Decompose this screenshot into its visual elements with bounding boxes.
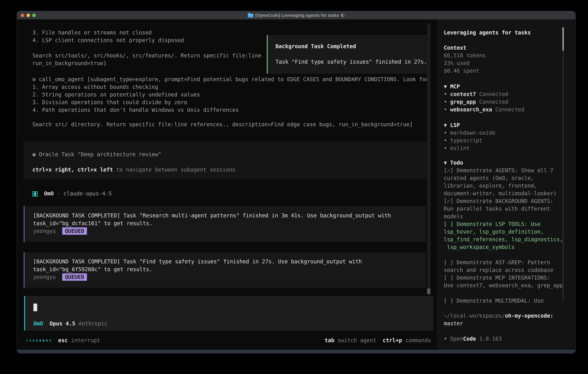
username: yeongyu [33,228,56,234]
oracle-title: ◉ Oracle Task "Deep architecture review" [32,151,161,158]
todo-line: [ ] Demonstrate LSP TOOLS: Use [444,220,540,228]
input-model[interactable]: Opus 4.5 [50,321,75,327]
spinner-dot [40,339,41,342]
tool-call-footer: Search src/ directory. Return specific f… [32,121,413,128]
agent-model: claude-opus-4-5 [63,190,112,197]
context-tokens: 66,518 tokens [444,52,486,59]
context-heading: Context [444,44,466,52]
traffic-lights [21,11,36,19]
collapse-triangle-icon: ▼ [444,160,450,166]
context-used: 33% used [444,59,470,67]
hint-text: to navigate between subagent sessions [113,166,235,173]
spinner-dot [30,339,31,342]
status-dot-icon: • [444,145,450,151]
status-badge: QUEUED [62,273,87,281]
todo-line: [ ] Demonstrate MULTIMODAL: Use [444,297,544,305]
spinner-dot [46,339,48,342]
toast-body: Task "Find type safety issues" finished … [275,58,427,66]
window-title: [OpenCode] Leveraging agents for tasks [255,13,339,18]
lsp-item: • eslint [444,144,470,152]
oracle-task-panel: ◉ Oracle Task "Deep architecture review"… [24,141,427,179]
spinner-dot [43,339,44,342]
tool-call-item: 1. Array access without bounds checking [32,83,158,91]
todo-line: [ ] Demonstrate MCP INTEGRATIONS: [444,274,550,281]
esc-key: esc [58,337,68,343]
todo-line: [✓] Demonstrate AGENTS: Show all 7 [444,166,553,174]
esc-label: interrupt [68,337,100,343]
mcp-item: • context7 Connected [444,90,508,98]
session-sidebar: Leveraging agents for tasks Context 66,5… [437,19,575,350]
prompt-input[interactable]: OmO Opus 4.5 Anthropic [24,296,433,331]
todo-line: search and replace across codebase [444,266,553,274]
todo-line: curated agents (OmO, oracle, [444,174,534,182]
separator-dot: · [57,190,60,197]
todo-line: models [444,213,463,220]
lsp-item: • typescript [444,137,482,144]
input-footer: OmO Opus 4.5 Anthropic [33,320,107,327]
window-bottom-strip [17,350,575,353]
window-title-group: [OpenCode] Leveraging agents for tasks [248,13,345,18]
window-titlebar: [OpenCode] Leveraging agents for tasks [17,11,575,19]
folder-icon [248,13,253,18]
scrollback-line: 3. File handles or streams not closed [32,29,152,36]
mcp-item: • websearch_exa Connected [444,106,524,113]
sidebar-scrollbar-thumb[interactable] [562,28,564,51]
progress-spinner [26,339,51,342]
desktop: [OpenCode] Leveraging agents for tasks 3… [0,0,588,374]
todo-line: lsp_workspace_symbols [444,243,515,251]
toast-title: Background Task Completed [275,42,356,50]
tab-key: tab [325,337,334,343]
agent-header: OmO · claude-opus-4-5 [32,190,112,197]
status-dot-icon: • [444,336,450,342]
context-spent: $0.46 spent [444,67,479,75]
spinner-dot [36,339,38,342]
chat-scrollbar-thumb[interactable] [427,289,430,294]
spinner-dot [33,339,34,342]
input-provider: Anthropic [79,321,107,327]
gear-icon: ⚙ [32,76,36,83]
username: yeongyu [33,274,56,280]
tool-call-item: 2. String operations on potentially unde… [32,91,200,98]
tool-call-item: 4. Path operations that don't handle Win… [32,106,239,114]
tab-label: switch agent [334,337,383,343]
session-title: Leveraging agents for tasks [444,29,531,36]
statusbar-right: tab switch agent ctrl+p commands [325,337,431,344]
lsp-item: • markdown-oxide [444,129,495,137]
todo-line: Use context7, websearch_exa, grep_app [444,281,563,289]
task-message: [BACKGROUND TASK COMPLETED] Task "Find t… [24,252,426,288]
mcp-section-header[interactable]: ▼ MCP [444,83,460,90]
sidebar-scrollbar-track[interactable] [562,27,564,302]
task-meta: yeongyu QUEUED [33,227,87,235]
todo-section-header[interactable]: ▼ Todo [444,159,463,166]
task-line: [BACKGROUND TASK COMPLETED] Task "Resear… [33,212,391,219]
lsp-section-header[interactable]: ▼ LSP [444,121,460,129]
task-line: task_id="bg_6f59260c" to get results. [33,266,152,273]
version-line: • OpenCode 1.0.163 [444,335,502,343]
task-meta: yeongyu QUEUED [33,273,87,281]
background-task-toast: Background Task Completed Task "Find typ… [267,35,430,74]
status-badge: QUEUED [62,227,87,235]
agent-square-icon [32,191,38,197]
collapse-triangle-icon: ▼ [444,122,450,128]
git-branch: master [444,320,463,327]
chat-scrollbar-track[interactable] [427,23,430,294]
todo-line: document-writer, multimodal-looker) [444,190,556,197]
workspace-path: ~/local-workspaces/oh-my-opencode: [444,312,553,320]
ctrlp-label: commands [402,337,431,343]
zoom-button[interactable] [32,14,36,17]
task-line: task_id="bg_dcfac161" to get results. [33,219,152,227]
input-agent: OmO [33,321,43,327]
scrollback-line: 4. LSP client connections not properly d… [32,36,184,44]
status-dot-icon: • [444,91,450,97]
todo-line: lsp_find_references, lsp_diagnostics, [444,236,563,243]
fisheye-icon: ◉ [32,151,36,157]
minimize-button[interactable] [26,14,30,17]
text-cursor [33,303,37,311]
oracle-hint: ctrl+x right, ctrl+x left to navigate be… [32,166,235,174]
close-button[interactable] [21,14,24,17]
ctrlp-key: ctrl+p [383,337,402,343]
spinner-dot [26,339,28,342]
status-dot-icon: • [444,99,450,105]
scrollback-line: Search src/tools/, src/hooks/, src/featu… [32,52,261,59]
spinner-dot [50,339,51,342]
